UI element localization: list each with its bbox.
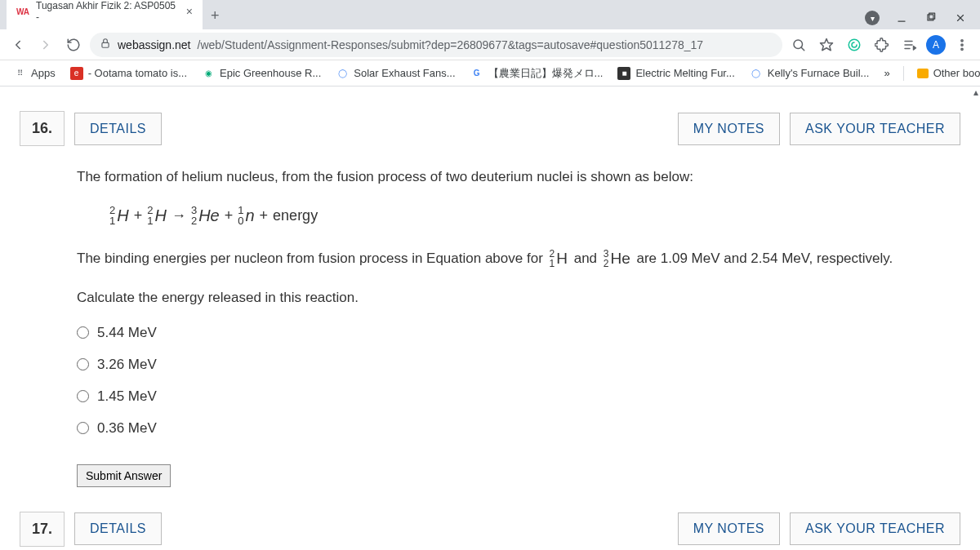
page-content: ▴ 16. DETAILS MY NOTES ASK YOUR TEACHER … — [0, 86, 980, 550]
apps-label: Apps — [31, 67, 56, 79]
ask-teacher-button[interactable]: ASK YOUR TEACHER — [790, 512, 960, 545]
question-17: 17. DETAILS MY NOTES ASK YOUR TEACHER — [20, 512, 960, 547]
option-row[interactable]: 5.44 MeV — [77, 317, 960, 348]
profile-avatar[interactable]: A — [926, 35, 946, 55]
reload-button[interactable] — [62, 33, 85, 56]
radio-icon[interactable] — [77, 390, 89, 402]
apps-button[interactable]: ⠿ Apps — [7, 64, 62, 83]
browser-tab[interactable]: WA Tugasan Akhir Fizik 2: ASP0505 - × — [7, 0, 203, 29]
browser-toolbar: webassign.net/web/Student/Assignment-Res… — [0, 29, 980, 60]
svg-point-15 — [961, 43, 963, 45]
bookmark-favicon: ◯ — [750, 67, 763, 80]
option-row[interactable]: 1.45 MeV — [77, 380, 960, 412]
svg-rect-5 — [102, 42, 109, 47]
question-header: 17. DETAILS MY NOTES ASK YOUR TEACHER — [20, 512, 960, 547]
bookmark-label: 【農業日記】爆発メロ... — [488, 66, 604, 81]
grammarly-icon[interactable] — [843, 33, 866, 56]
bookmark-favicon: ◉ — [202, 67, 215, 80]
answer-options: 5.44 MeV 3.26 MeV 1.45 MeV 0.36 MeV — [77, 317, 960, 445]
folder-icon — [917, 69, 929, 78]
tab-favicon: WA — [16, 5, 29, 18]
minimize-icon[interactable] — [889, 7, 915, 29]
question-intro: The formation of helium nucleus, from th… — [77, 166, 960, 188]
submit-answer-button[interactable]: Submit Answer — [77, 464, 171, 487]
tab-close-icon[interactable]: × — [186, 5, 193, 18]
option-row[interactable]: 0.36 MeV — [77, 412, 960, 444]
url-host: webassign.net — [118, 38, 191, 51]
back-button[interactable] — [7, 33, 29, 56]
question-header: 16. DETAILS MY NOTES ASK YOUR TEACHER — [20, 111, 960, 146]
maximize-icon[interactable] — [918, 7, 944, 29]
zoom-icon[interactable] — [787, 33, 810, 56]
bookmark-label: Electric Melting Fur... — [635, 67, 734, 79]
bookmark-star-icon[interactable] — [815, 33, 838, 56]
bookmark-item[interactable]: e- Ootama tomato is... — [64, 64, 194, 83]
option-row[interactable]: 3.26 MeV — [77, 348, 960, 380]
scroll-up-icon[interactable]: ▴ — [973, 86, 978, 98]
menu-icon[interactable] — [951, 33, 973, 56]
bookmark-item[interactable]: ◉Epic Greenhouse R... — [195, 64, 327, 83]
divider — [903, 66, 904, 81]
equation: 21H + 21H → 32He + 10n + energy — [109, 202, 960, 228]
apps-icon: ⠿ — [13, 67, 26, 80]
bookmarks-bar: ⠿ Apps e- Ootama tomato is... ◉Epic Gree… — [0, 60, 980, 86]
svg-point-16 — [961, 48, 963, 50]
url-path: /web/Student/Assignment-Responses/submit… — [198, 38, 704, 51]
svg-point-14 — [961, 39, 963, 41]
close-window-icon[interactable] — [947, 7, 973, 29]
browser-titlebar: WA Tugasan Akhir Fizik 2: ASP0505 - × + … — [0, 0, 980, 29]
new-tab-button[interactable]: + — [203, 2, 228, 29]
details-button[interactable]: DETAILS — [74, 512, 162, 545]
other-bookmarks-label: Other bookmarks — [933, 67, 980, 79]
extensions-icon[interactable] — [871, 33, 893, 56]
svg-rect-1 — [928, 15, 933, 20]
question-number: 17. — [20, 512, 65, 547]
svg-marker-8 — [821, 38, 833, 50]
option-label: 5.44 MeV — [97, 322, 157, 344]
svg-line-7 — [801, 47, 804, 51]
bookmark-label: Solar Exhaust Fans... — [354, 67, 455, 79]
address-bar[interactable]: webassign.net/web/Student/Assignment-Res… — [90, 33, 782, 57]
binding-energy-text: The binding energies per nucleon from fu… — [77, 246, 960, 271]
forward-button[interactable] — [34, 33, 57, 56]
media-control-icon[interactable] — [898, 33, 921, 56]
bookmark-label: Epic Greenhouse R... — [220, 67, 321, 79]
my-notes-button[interactable]: MY NOTES — [678, 113, 780, 145]
details-button[interactable]: DETAILS — [74, 113, 162, 145]
bookmark-item[interactable]: ◯Kelly's Furnace Buil... — [743, 64, 876, 83]
radio-icon[interactable] — [77, 326, 89, 339]
svg-marker-13 — [914, 46, 916, 50]
bookmark-label: - Ootama tomato is... — [88, 67, 187, 79]
question-16: 16. DETAILS MY NOTES ASK YOUR TEACHER Th… — [20, 111, 960, 487]
radio-icon[interactable] — [77, 358, 89, 370]
tab-title: Tugasan Akhir Fizik 2: ASP0505 - — [36, 0, 180, 23]
radio-icon[interactable] — [77, 422, 89, 434]
bookmark-label: Kelly's Furnace Buil... — [768, 67, 870, 79]
question-body: The formation of helium nucleus, from th… — [20, 166, 960, 487]
download-indicator-icon[interactable]: ▾ — [859, 7, 885, 29]
calculate-prompt: Calculate the energy released in this re… — [77, 286, 960, 308]
option-label: 1.45 MeV — [97, 385, 157, 407]
question-number: 16. — [20, 111, 65, 146]
bookmark-favicon: ◯ — [336, 67, 349, 80]
svg-rect-2 — [929, 13, 935, 19]
ask-teacher-button[interactable]: ASK YOUR TEACHER — [790, 113, 960, 145]
bookmark-item[interactable]: ■Electric Melting Fur... — [611, 64, 741, 83]
my-notes-button[interactable]: MY NOTES — [678, 512, 780, 545]
other-bookmarks[interactable]: Other bookmarks — [911, 64, 980, 82]
option-label: 3.26 MeV — [97, 353, 157, 375]
svg-point-9 — [849, 39, 860, 51]
bookmark-favicon: e — [70, 67, 83, 80]
bookmark-item[interactable]: G【農業日記】爆発メロ... — [464, 63, 610, 84]
bookmark-favicon: ■ — [617, 67, 630, 80]
option-label: 0.36 MeV — [97, 417, 157, 439]
bookmarks-overflow[interactable]: » — [877, 64, 896, 82]
bookmark-favicon: G — [470, 67, 483, 80]
lock-icon — [100, 38, 111, 51]
bookmark-item[interactable]: ◯Solar Exhaust Fans... — [329, 64, 461, 83]
